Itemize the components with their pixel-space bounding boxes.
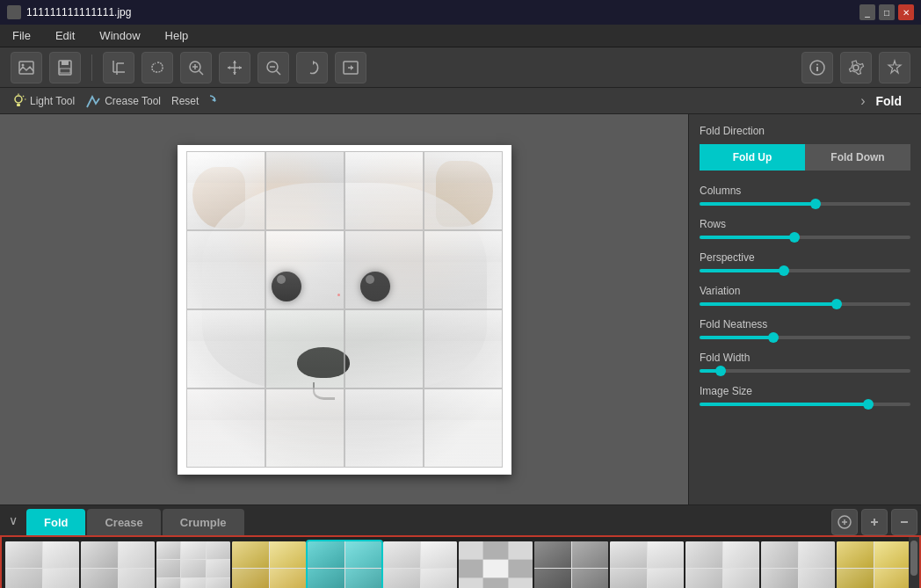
fold-neatness-slider-track[interactable] [700,336,910,339]
svg-line-10 [199,70,204,75]
fold-neatness-thumb[interactable] [768,332,779,343]
zoom-in-button[interactable] [180,52,212,83]
crease-tool[interactable]: Crease Tool [85,93,161,109]
fold-neatness-slider-group: Fold Neatness [700,318,910,339]
rows-fill [700,236,794,239]
collapse-button[interactable]: ∨ [0,505,26,535]
fold-down-button[interactable]: Fold Down [805,144,910,171]
perspective-thumb[interactable] [779,265,789,276]
zoom-out-button[interactable] [257,52,289,83]
fold-width-label: Fold Width [700,352,910,364]
svg-marker-16 [233,72,236,75]
add-button[interactable] [861,509,888,535]
main-content: Fold Direction Fold Up Fold Down Columns… [0,114,921,505]
close-button[interactable]: ✕ [898,4,914,20]
svg-marker-30 [888,61,901,73]
effects-button[interactable] [879,52,910,83]
filmstrip-scroll-thumb[interactable] [910,541,917,576]
image-size-label: Image Size [700,385,910,397]
fold-grid [186,151,503,468]
perspective-slider-track[interactable] [700,269,910,272]
filmstrip-item-fold02[interactable]: Fold 02 [81,541,155,589]
fold-direction-buttons: Fold Up Fold Down [700,144,910,171]
fold-tab[interactable]: Fold [26,509,85,535]
filmstrip-item-fold10[interactable]: Fold 10 [837,541,910,589]
canvas-area[interactable] [0,114,688,505]
filmstrip-item-fold09[interactable]: Fold 09 [761,541,835,589]
svg-rect-4 [60,69,70,73]
image-frame [178,145,511,475]
fold-width-thumb[interactable] [715,366,726,376]
light-tool-icon [11,93,26,109]
light-tool[interactable]: Light Tool [11,93,75,109]
menu-bar: File Edit Window Help [0,25,921,47]
remove-button[interactable] [891,509,917,535]
svg-rect-3 [62,61,69,65]
minimize-button[interactable]: _ [859,4,875,20]
rows-slider-track[interactable] [700,236,910,239]
filmstrip-item-fold01[interactable]: Fold 01 [5,541,79,589]
fold-width-slider-track[interactable] [700,369,910,373]
window-menu[interactable]: Window [94,27,145,44]
crop-button[interactable] [103,52,134,83]
image-size-thumb[interactable] [863,399,874,410]
nav-arrow-right[interactable]: › [860,93,865,109]
fold-neatness-fill [700,336,773,339]
reset-label: Reset [171,95,199,107]
rotate-button[interactable] [296,52,328,83]
image-size-slider-group: Image Size [700,385,910,406]
fold-width-slider-group: Fold Width [700,352,910,373]
file-menu[interactable]: File [7,27,36,44]
move-button[interactable] [219,52,250,83]
filmstrip-item-fold08[interactable]: Fold 08 [685,541,759,589]
reset-tool[interactable]: Reset [171,93,218,109]
svg-marker-17 [228,66,230,69]
export-button[interactable] [335,52,366,83]
image-size-fill [700,403,868,406]
light-tool-label: Light Tool [30,95,75,107]
reset-icon [202,93,218,109]
svg-marker-25 [351,65,353,70]
variation-slider-group: Variation [700,285,910,306]
filmstrip-item-fold07up[interactable]: Fold 07 Up [610,541,684,589]
filmstrip: Fold 01 Fold 02 Fold 03 [0,535,921,588]
filmstrip-item-fold04gold[interactable]: Fold 04 Gold [232,541,306,589]
svg-marker-18 [239,66,242,69]
crumple-tab[interactable]: Crumple [163,509,244,535]
svg-marker-36 [212,98,215,102]
window-controls: _ □ ✕ [859,4,914,20]
columns-fill [700,202,816,206]
toolbar-sep-1 [91,54,92,81]
lasso-button[interactable] [141,52,173,83]
columns-thumb[interactable] [810,199,821,209]
bottom-tabs: ∨ Fold Crease Crumple [0,505,921,535]
image-size-slider-track[interactable] [700,403,910,406]
variation-fill [700,302,837,306]
settings-button[interactable] [840,52,872,83]
crease-tab[interactable]: Crease [87,509,160,535]
right-panel: Fold Direction Fold Up Fold Down Columns… [688,114,921,505]
variation-label: Variation [700,285,910,297]
filmstrip-item-fold05[interactable]: Fold 05 [383,541,457,589]
filmstrip-item-fold06[interactable]: Fold 06 [459,541,533,589]
columns-slider-track[interactable] [700,202,910,206]
rows-slider-group: Rows [700,218,910,239]
svg-point-31 [15,96,22,103]
info-button[interactable] [801,52,833,83]
variation-slider-track[interactable] [700,302,910,306]
add-group-button[interactable] [831,509,858,535]
image-button[interactable] [11,52,42,83]
filmstrip-item-fold03[interactable]: Fold 03 [156,541,230,589]
filmstrip-item-fold04[interactable]: Fold 04 [308,541,381,589]
rows-thumb[interactable] [789,232,800,243]
maximize-button[interactable]: □ [879,4,895,20]
filmstrip-item-fold07down[interactable]: Fold 07 Down [534,541,608,589]
help-menu[interactable]: Help [160,27,194,44]
save-button[interactable] [49,52,81,83]
filmstrip-scrollbar[interactable] [909,537,919,588]
variation-thumb[interactable] [831,299,842,309]
perspective-fill [700,269,784,272]
fold-up-button[interactable]: Fold Up [700,144,805,171]
edit-menu[interactable]: Edit [50,27,80,44]
perspective-slider-group: Perspective [700,251,910,272]
